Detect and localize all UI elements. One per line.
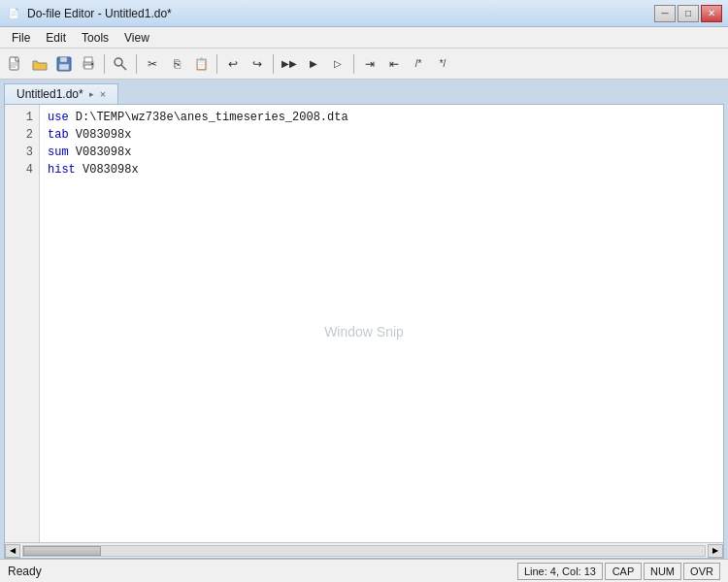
line-number: 1	[5, 109, 33, 126]
window-controls: ─ □ ✕	[654, 5, 722, 22]
new-file-button[interactable]	[4, 52, 27, 76]
close-button[interactable]: ✕	[701, 5, 722, 22]
status-ovr: OVR	[683, 563, 720, 580]
app-icon: 📄	[6, 6, 21, 21]
scroll-track	[22, 545, 706, 557]
tab-bar: Untitled1.do* ▸ ×	[4, 83, 724, 104]
svg-rect-5	[60, 57, 67, 62]
scroll-thumb[interactable]	[23, 546, 101, 556]
comment-button[interactable]: /*	[407, 52, 430, 76]
toolbar: ✂ ⎘ 📋 ↩ ↪ ▶▶ ▶ ▷ ⇥ ⇤ /* */	[0, 48, 728, 80]
status-right: Line: 4, Col: 13 CAP NUM OVR	[515, 563, 720, 580]
code-line-3: sum V083098x	[48, 144, 715, 161]
code-line-2: tab V083098x	[48, 126, 715, 144]
outdent-button[interactable]: ⇤	[382, 52, 406, 76]
menu-tools[interactable]: Tools	[74, 29, 116, 47]
status-bar: Ready Line: 4, Col: 13 CAP NUM OVR	[0, 559, 728, 582]
status-line-col: Line: 4, Col: 13	[517, 563, 603, 580]
paste-button[interactable]: 📋	[189, 52, 213, 76]
line-number: 3	[5, 144, 33, 161]
copy-button[interactable]: ⎘	[165, 52, 188, 76]
tab-label: Untitled1.do*	[17, 87, 83, 101]
title-bar: 📄 Do-file Editor - Untitled1.do* ─ □ ✕	[0, 0, 728, 27]
scroll-right-button[interactable]: ▶	[708, 544, 723, 558]
find-button[interactable]	[109, 52, 132, 76]
undo-button[interactable]: ↩	[221, 52, 245, 76]
main-area: Untitled1.do* ▸ × 1 2 3 4 use D:\TEMP\wz…	[0, 80, 728, 559]
uncomment-button[interactable]: */	[431, 52, 454, 76]
window-title: Do-file Editor - Untitled1.do*	[27, 7, 654, 20]
tab-pin-icon[interactable]: ▸	[89, 89, 94, 99]
editor-content[interactable]: use D:\TEMP\wz738e\anes_timeseries_2008.…	[40, 105, 723, 542]
sep5	[353, 54, 354, 74]
svg-line-12	[121, 65, 126, 70]
sep1	[104, 54, 105, 74]
save-button[interactable]	[52, 52, 76, 76]
sep3	[216, 54, 217, 74]
editor-inner: 1 2 3 4 use D:\TEMP\wz738e\anes_timeseri…	[5, 105, 723, 542]
run-current-button[interactable]: ▷	[326, 52, 349, 76]
open-file-button[interactable]	[28, 52, 51, 76]
menu-bar: File Edit Tools View	[0, 27, 728, 48]
maximize-button[interactable]: □	[678, 5, 699, 22]
indent-button[interactable]: ⇥	[358, 52, 381, 76]
menu-edit[interactable]: Edit	[38, 29, 74, 47]
sep2	[136, 54, 137, 74]
tab-untitled1[interactable]: Untitled1.do* ▸ ×	[4, 83, 118, 104]
print-button[interactable]	[77, 52, 100, 76]
cut-button[interactable]: ✂	[141, 52, 164, 76]
svg-point-11	[115, 58, 122, 66]
scroll-left-button[interactable]: ◀	[5, 544, 20, 558]
svg-rect-8	[84, 57, 92, 62]
svg-rect-6	[59, 64, 69, 70]
line-number: 4	[5, 161, 33, 178]
line-numbers: 1 2 3 4	[5, 105, 40, 542]
status-cap: CAP	[605, 563, 642, 580]
line-number: 2	[5, 126, 33, 144]
menu-file[interactable]: File	[4, 29, 38, 47]
run-selection-button[interactable]: ▶	[302, 52, 325, 76]
redo-button[interactable]: ↪	[246, 52, 269, 76]
editor-container: 1 2 3 4 use D:\TEMP\wz738e\anes_timeseri…	[4, 104, 724, 559]
run-all-button[interactable]: ▶▶	[278, 52, 301, 76]
sep4	[273, 54, 274, 74]
svg-rect-9	[84, 65, 92, 69]
code-line-4: hist V083098x	[48, 161, 715, 178]
code-line-1: use D:\TEMP\wz738e\anes_timeseries_2008.…	[48, 109, 715, 126]
minimize-button[interactable]: ─	[654, 5, 676, 22]
menu-view[interactable]: View	[116, 29, 157, 47]
status-ready: Ready	[8, 565, 515, 578]
tab-close-icon[interactable]: ×	[100, 88, 106, 100]
horizontal-scrollbar[interactable]: ◀ ▶	[5, 542, 723, 558]
svg-point-10	[91, 63, 93, 65]
status-num: NUM	[644, 563, 681, 580]
